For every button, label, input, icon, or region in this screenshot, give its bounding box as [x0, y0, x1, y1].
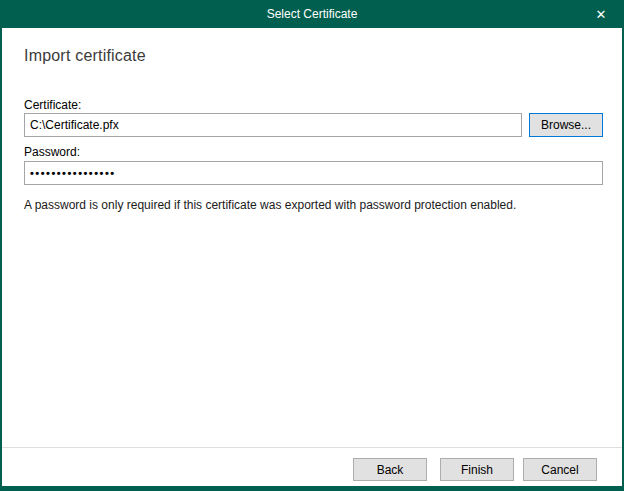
browse-button[interactable]: Browse... — [529, 113, 603, 137]
certificate-path-input[interactable] — [24, 113, 522, 137]
select-certificate-dialog: Select Certificate ✕ Import certificate … — [0, 0, 624, 491]
back-button[interactable]: Back — [353, 458, 427, 481]
password-input[interactable] — [24, 161, 603, 185]
cancel-button[interactable]: Cancel — [523, 458, 597, 481]
password-label: Password: — [24, 145, 80, 159]
certificate-label: Certificate: — [24, 98, 81, 112]
close-icon[interactable]: ✕ — [586, 0, 616, 28]
window-title: Select Certificate — [267, 7, 358, 21]
password-hint-text: A password is only required if this cert… — [24, 198, 604, 212]
titlebar: Select Certificate ✕ — [0, 0, 624, 28]
page-title: Import certificate — [24, 47, 146, 65]
finish-button[interactable]: Finish — [440, 458, 514, 481]
footer-divider — [2, 447, 622, 448]
